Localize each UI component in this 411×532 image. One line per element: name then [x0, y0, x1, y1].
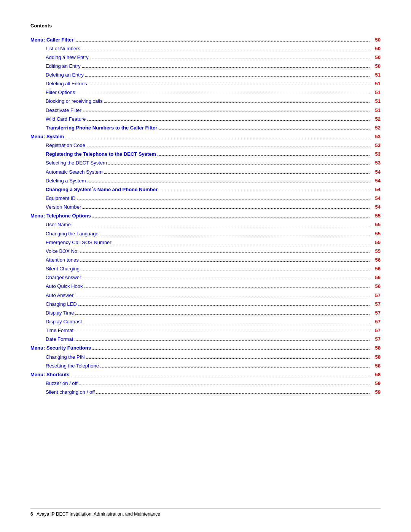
toc-dots	[75, 297, 370, 297]
toc-row: Silent Charging56	[30, 265, 381, 273]
toc-dots	[65, 138, 370, 138]
toc-title: Menu: Telephone Options	[30, 212, 91, 220]
toc-page-number: 55	[371, 221, 381, 228]
toc-page-number: 55	[371, 212, 381, 220]
toc-dots	[88, 182, 370, 182]
footer: 6 Avaya IP DECT Installation, Administra…	[30, 508, 381, 517]
toc-row: Silent charging on / off59	[30, 388, 381, 397]
toc-dots	[75, 332, 370, 332]
toc-dots	[159, 129, 370, 129]
toc-page-number: 54	[371, 186, 381, 193]
toc-dots	[81, 270, 370, 270]
toc-row: Wild Card Feature52	[30, 115, 381, 123]
toc-dots	[100, 235, 370, 235]
toc-table: Menu: Caller Filter50List of Numbers50Ad…	[30, 35, 381, 397]
toc-dots	[78, 305, 370, 306]
contents-label: Contents	[30, 23, 381, 29]
toc-dots	[87, 147, 370, 147]
toc-page-number: 54	[371, 168, 381, 176]
toc-page-number: 54	[371, 195, 381, 202]
toc-row: Menu: Caller Filter50	[30, 35, 381, 44]
toc-title: Menu: Security Functions	[30, 344, 91, 352]
toc-title: Wild Card Feature	[46, 115, 86, 123]
toc-title: Date Format	[46, 335, 73, 343]
toc-dots	[92, 349, 370, 350]
toc-title: Menu: System	[30, 133, 64, 141]
toc-title: Deactivate Filter	[46, 107, 81, 114]
toc-page-number: 50	[371, 62, 381, 70]
toc-page-number: 53	[371, 142, 381, 149]
toc-page-number: 51	[371, 107, 381, 114]
toc-page-number: 57	[371, 309, 381, 317]
toc-title: Emergency Call SOS Number	[46, 239, 112, 246]
toc-row: Deactivate Filter51	[30, 106, 381, 115]
toc-row: Charger Answer56	[30, 273, 381, 282]
toc-title: Resetting the Telephone	[46, 362, 99, 370]
toc-dots	[75, 340, 370, 341]
toc-dots	[79, 385, 370, 385]
toc-title: Deleting a System	[46, 177, 86, 185]
toc-dots	[72, 226, 370, 226]
toc-title: Buzzer on / off	[46, 380, 78, 387]
toc-page-number: 56	[371, 265, 381, 273]
toc-row: Equipment ID54	[30, 194, 381, 203]
toc-dots	[88, 85, 370, 85]
toc-dots	[83, 279, 370, 279]
toc-dots	[83, 323, 370, 323]
toc-row: Display Contrast57	[30, 318, 381, 326]
toc-row: Menu: Shortcuts58	[30, 370, 381, 379]
toc-row: Menu: System53	[30, 133, 381, 141]
toc-page-number: 55	[371, 248, 381, 255]
toc-page-number: 52	[371, 115, 381, 123]
toc-page-number: 58	[371, 362, 381, 370]
toc-row: User Name55	[30, 220, 381, 229]
toc-title: Attention tones	[46, 256, 79, 264]
toc-page-number: 57	[371, 318, 381, 326]
toc-page-number: 50	[371, 45, 381, 53]
toc-row: Selecting the DECT System53	[30, 159, 381, 168]
toc-row: Time Format57	[30, 326, 381, 335]
toc-title: Registration Code	[46, 142, 85, 149]
toc-title: Changing a System´s Name and Phone Numbe…	[46, 186, 158, 193]
toc-page-number: 50	[371, 36, 381, 44]
toc-dots	[100, 367, 370, 367]
toc-dots	[80, 252, 370, 253]
toc-row: Date Format57	[30, 335, 381, 344]
toc-title: Transferring Phone Numbers to the Caller…	[46, 124, 157, 132]
toc-page-number: 56	[371, 256, 381, 264]
toc-row: Editing an Entry50	[30, 62, 381, 70]
toc-title: Automatic Search System	[46, 168, 103, 176]
toc-row: Buzzer on / off59	[30, 379, 381, 388]
toc-page-number: 53	[371, 133, 381, 141]
toc-title: Charging LED	[46, 300, 77, 308]
toc-page-number: 51	[371, 97, 381, 105]
toc-row: Filter Options51	[30, 88, 381, 97]
toc-dots	[75, 41, 370, 42]
toc-dots	[71, 376, 370, 376]
toc-title: Menu: Caller Filter	[30, 36, 73, 44]
toc-row: Version Number54	[30, 203, 381, 212]
page: Contents Menu: Caller Filter50List of Nu…	[0, 0, 411, 532]
toc-page-number: 54	[371, 203, 381, 211]
toc-title: Charger Answer	[46, 274, 81, 281]
toc-page-number: 53	[371, 150, 381, 158]
toc-row: Transferring Phone Numbers to the Caller…	[30, 123, 381, 132]
toc-title: Deleting all Entries	[46, 80, 87, 88]
toc-dots	[86, 358, 370, 359]
toc-row: Menu: Telephone Options55	[30, 212, 381, 220]
toc-dots	[83, 208, 370, 209]
toc-page-number: 51	[371, 89, 381, 96]
toc-dots	[83, 112, 370, 112]
toc-row: Registering the Telephone to the DECT Sy…	[30, 150, 381, 159]
toc-row: Changing a System´s Name and Phone Numbe…	[30, 185, 381, 194]
toc-dots	[77, 200, 370, 200]
toc-dots	[108, 164, 370, 165]
toc-page-number: 57	[371, 300, 381, 308]
toc-page-number: 57	[371, 327, 381, 334]
toc-page-number: 58	[371, 353, 381, 361]
toc-page-number: 55	[371, 230, 381, 238]
toc-page-number: 51	[371, 80, 381, 88]
toc-row: Display Time57	[30, 308, 381, 317]
toc-title: Display Time	[46, 309, 74, 317]
toc-title: Menu: Shortcuts	[30, 371, 70, 379]
